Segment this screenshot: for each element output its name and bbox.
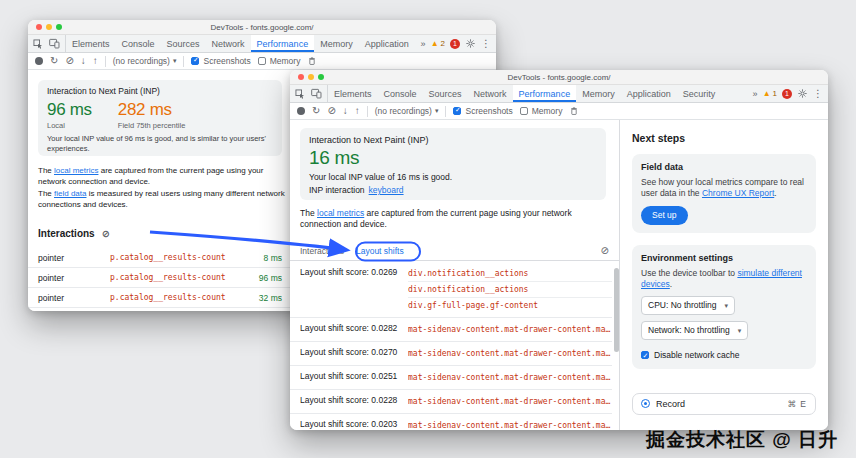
minimize-window-button[interactable] [46,24,52,30]
kebab-menu-icon[interactable]: ⋮ [813,89,823,99]
tab-interactions[interactable]: Interactions [300,246,344,256]
node-link[interactable]: div.gf-full-page.gf-content [408,297,612,313]
recordings-dropdown[interactable]: (no recordings)▾ [375,106,439,116]
window-controls[interactable] [36,24,62,30]
node-link[interactable]: mat-sidenav-content.mat-drawer-content.m… [408,322,612,337]
recordings-dropdown[interactable]: (no recordings)▾ [113,56,177,66]
tab-performance[interactable]: Performance [251,35,315,52]
layout-shift-row[interactable]: Layout shift score: 0.0251 mat-sidenav-c… [290,366,612,390]
errors-badge[interactable]: 1 [450,39,460,49]
tab-elements[interactable]: Elements [66,35,116,52]
warnings-badge[interactable]: ▲2 [431,39,445,48]
settings-gear-icon[interactable] [465,38,476,49]
close-window-button[interactable] [36,24,42,30]
layout-shift-row[interactable]: Layout shift score: 0.0282 mat-sidenav-c… [290,318,612,342]
settings-gear-icon[interactable] [797,88,808,99]
field-inp-value: 282 ms [118,100,186,120]
local-inp-value: 16 ms [309,147,597,169]
tab-memory[interactable]: Memory [314,35,359,52]
inp-interaction-link[interactable]: keyboard [369,185,404,195]
clear-icon[interactable]: ⊘ [327,106,335,116]
more-tabs-icon[interactable]: » [421,39,426,49]
node-link[interactable]: mat-sidenav-content.mat-drawer-content.m… [408,394,612,409]
screenshots-checkbox[interactable] [453,107,461,115]
layout-shift-row[interactable]: Layout shift score: 0.0228 mat-sidenav-c… [290,390,612,414]
tab-application[interactable]: Application [621,85,677,102]
metrics-description: The local metrics are captured from the … [38,166,290,210]
record-and-reload-icon[interactable]: ↻ [312,106,320,116]
tab-console[interactable]: Console [378,85,423,102]
zoom-window-button[interactable] [318,74,324,80]
local-metrics-link[interactable]: local metrics [54,166,98,175]
memory-checkbox-row[interactable]: Memory [258,56,301,66]
local-metrics-link[interactable]: local metrics [317,208,364,218]
scrollbar-thumb[interactable] [614,268,619,352]
tab-sources[interactable]: Sources [423,85,468,102]
errors-badge[interactable]: 1 [782,89,792,99]
set-up-button[interactable]: Set up [641,206,688,225]
disable-cache-row[interactable]: Disable network cache [641,350,807,361]
inp-metric-card: Interaction to Next Paint (INP) 16 ms Yo… [300,128,606,200]
memory-checkbox-row[interactable]: Memory [520,106,563,116]
record-icon[interactable] [297,107,305,115]
disable-cache-checkbox[interactable] [641,351,649,359]
layout-shift-row[interactable]: Layout shift score: 0.0270 mat-sidenav-c… [290,342,612,366]
tab-memory[interactable]: Memory [576,85,621,102]
tab-application[interactable]: Application [359,35,415,52]
device-toolbar-icon[interactable] [311,88,322,99]
clear-interactions-icon[interactable]: ⊘ [102,229,110,239]
screenshots-checkbox-row[interactable]: Screenshots [453,106,512,116]
network-throttling-select[interactable]: Network: No throttling▾ [641,321,748,340]
node-link[interactable]: mat-sidenav-content.mat-drawer-content.m… [408,370,612,385]
trash-icon[interactable] [569,106,579,116]
scrollbar[interactable] [613,262,619,428]
clear-shifts-icon[interactable]: ⊘ [601,246,609,256]
memory-checkbox[interactable] [520,107,528,115]
node-link[interactable]: mat-sidenav-content.mat-drawer-content.m… [408,346,612,361]
metrics-description: The local metrics are captured from the … [300,208,606,230]
load-profile-icon[interactable]: ↓ [81,56,86,66]
crux-report-link[interactable]: Chrome UX Report [702,188,774,198]
kebab-menu-icon[interactable]: ⋮ [481,39,491,49]
node-link[interactable]: p.catalog__results-count [110,253,232,262]
more-tabs-icon[interactable]: » [753,89,758,99]
tab-performance[interactable]: Performance [513,85,577,102]
node-link[interactable]: div.notification__actions [408,266,612,281]
inspect-element-icon[interactable] [33,39,43,49]
performance-panel-main: Interaction to Next Paint (INP) 16 ms Yo… [290,120,828,430]
minimize-window-button[interactable] [308,74,314,80]
inspect-element-icon[interactable] [295,89,305,99]
node-link[interactable]: mat-sidenav-content.mat-drawer-content.m… [408,418,612,430]
layout-shift-row[interactable]: Layout shift score: 0.0203 mat-sidenav-c… [290,414,612,430]
record-button[interactable]: Record ⌘ E [632,393,816,415]
tab-security[interactable]: Security [677,85,722,102]
trash-icon[interactable] [307,56,317,66]
layout-shift-row[interactable]: Layout shift score: 0.0269 div.notificat… [290,262,612,318]
tab-network[interactable]: Network [206,35,251,52]
save-profile-icon[interactable]: ↑ [355,106,360,116]
tab-network[interactable]: Network [468,85,513,102]
screenshots-checkbox[interactable] [191,57,199,65]
close-window-button[interactable] [298,74,304,80]
cpu-throttling-select[interactable]: CPU: No throttling▾ [641,296,735,315]
node-link[interactable]: p.catalog__results-count [110,293,232,302]
local-metrics-paragraph: The local metrics are captured from the … [38,166,290,187]
tab-console[interactable]: Console [116,35,161,52]
warnings-badge[interactable]: ▲1 [763,89,777,98]
record-icon[interactable] [35,57,43,65]
memory-checkbox[interactable] [258,57,266,65]
zoom-window-button[interactable] [56,24,62,30]
tab-elements[interactable]: Elements [328,85,378,102]
node-link[interactable]: div.notification__actions [408,281,612,297]
device-toolbar-icon[interactable] [49,38,60,49]
window-controls[interactable] [298,74,324,80]
screenshots-checkbox-row[interactable]: Screenshots [191,56,250,66]
tab-sources[interactable]: Sources [161,35,206,52]
clear-icon[interactable]: ⊘ [65,56,73,66]
save-profile-icon[interactable]: ↑ [93,56,98,66]
node-link[interactable]: p.catalog__results-count [110,273,232,282]
load-profile-icon[interactable]: ↓ [343,106,348,116]
field-data-link[interactable]: field data [54,189,86,198]
record-and-reload-icon[interactable]: ↻ [50,56,58,66]
tab-layout-shifts[interactable]: Layout shifts [356,246,404,256]
